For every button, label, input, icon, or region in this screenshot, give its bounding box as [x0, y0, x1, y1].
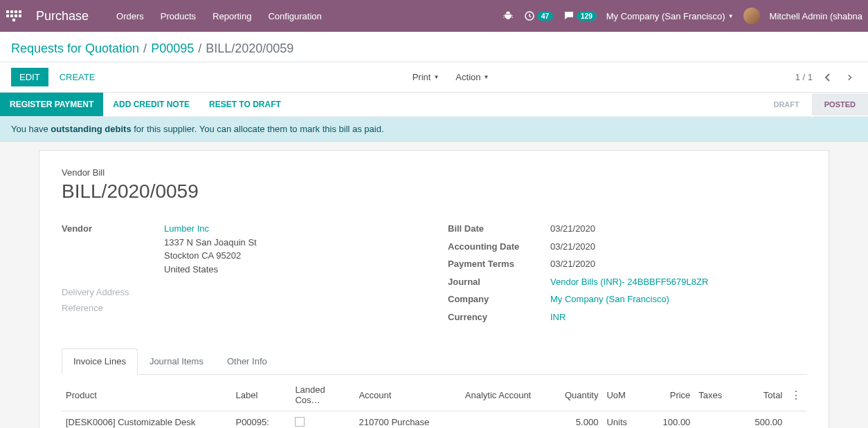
topbar-right: 47 129 My Company (San Francisco) ▼ Mitc…: [503, 8, 862, 24]
alert-strong: outstanding debits: [51, 124, 131, 134]
journal-link[interactable]: Vendor Bills (INR)- 24BBBFF5679L8ZR: [550, 277, 708, 287]
apps-icon[interactable]: [6, 8, 22, 24]
record-title: BILL/2020/0059: [62, 180, 806, 203]
messages[interactable]: 129: [563, 10, 597, 22]
add-credit-note-button[interactable]: ADD CREDIT NOTE: [103, 93, 199, 116]
control-center: Print ▼ Action ▼: [106, 72, 795, 82]
columns-menu-icon[interactable]: ⋮: [790, 389, 802, 401]
control-row: EDIT CREATE Print ▼ Action ▼ 1 / 1: [0, 62, 868, 93]
breadcrumb-sep: /: [198, 41, 201, 56]
chevron-down-icon: ▼: [483, 74, 489, 80]
vendor-country: United States: [164, 264, 218, 275]
chevron-down-icon: ▼: [433, 74, 439, 80]
reference-label: Reference: [62, 301, 164, 313]
pager-controls: 1 / 1: [795, 71, 857, 84]
landed-checkbox[interactable]: [295, 417, 305, 427]
action-dropdown[interactable]: Action ▼: [455, 72, 489, 82]
tab-invoice-lines[interactable]: Invoice Lines: [62, 348, 138, 375]
pager-prev[interactable]: [821, 71, 835, 84]
topbar: Purchase Orders Products Reporting Confi…: [0, 0, 868, 32]
th-price[interactable]: Price: [645, 379, 695, 411]
fields-left: Vendor Lumber Inc 1337 N San Joaquin St …: [62, 222, 420, 328]
invoice-lines-table: Product Label Landed Cos… Account Analyt…: [62, 379, 806, 428]
cell-account: 210700 Purchase Expen…: [354, 411, 460, 429]
alert-prefix: You have: [11, 124, 51, 134]
th-taxes[interactable]: Taxes: [694, 379, 736, 411]
alert-suffix: for this supplier. You can allocate them…: [132, 124, 384, 134]
register-payment-button[interactable]: REGISTER PAYMENT: [0, 93, 103, 116]
cell-total: 500.00: [737, 411, 787, 429]
cell-uom: Units: [602, 411, 644, 429]
chevron-down-icon: ▼: [728, 13, 734, 19]
notebook-tabs: Invoice Lines Journal Items Other Info: [62, 348, 806, 375]
activities-badge: 47: [537, 12, 553, 21]
cell-taxes: [694, 411, 736, 429]
status-flow: DRAFT POSTED: [761, 93, 868, 115]
bug-icon[interactable]: [503, 10, 514, 21]
nav-products[interactable]: Products: [161, 11, 196, 21]
pager-next[interactable]: [843, 71, 857, 84]
breadcrumb: Requests for Quotation / P00095 / BILL/2…: [11, 41, 857, 56]
nav-configuration[interactable]: Configuration: [268, 11, 321, 21]
breadcrumb-rfq[interactable]: Requests for Quotation: [11, 41, 139, 56]
pager-text: 1 / 1: [795, 72, 813, 82]
clock-icon: [523, 10, 536, 22]
cell-price: 100.00: [645, 411, 695, 429]
company-link[interactable]: My Company (San Francisco): [550, 294, 669, 304]
vendor-addr2: Stockton CA 95202: [164, 250, 241, 261]
vendor-link[interactable]: Lumber Inc: [164, 223, 209, 234]
breadcrumb-po[interactable]: P00095: [151, 41, 194, 56]
vendor-addr1: 1337 N San Joaquin St: [164, 237, 257, 248]
vendor-value: Lumber Inc 1337 N San Joaquin St Stockto…: [164, 222, 420, 276]
bill-date-label: Bill Date: [448, 222, 550, 234]
messages-badge: 129: [577, 12, 597, 21]
cell-product: [DESK0006] Customizable Desk (CONFIG…: [62, 411, 231, 429]
payment-terms-label: Payment Terms: [448, 257, 550, 269]
cell-quantity: 5.000: [553, 411, 603, 429]
accounting-date-value: 03/21/2020: [550, 240, 806, 254]
th-landed[interactable]: Landed Cos…: [291, 379, 354, 411]
activities[interactable]: 47: [523, 10, 553, 22]
cell-landed: [291, 411, 354, 429]
th-product[interactable]: Product: [62, 379, 231, 411]
th-account[interactable]: Account: [354, 379, 460, 411]
breadcrumb-current: BILL/2020/0059: [206, 41, 293, 56]
alert-outstanding: You have outstanding debits for this sup…: [0, 117, 868, 142]
table-row[interactable]: [DESK0006] Customizable Desk (CONFIG… P0…: [62, 411, 806, 429]
tab-other-info[interactable]: Other Info: [215, 348, 279, 374]
tab-journal-items[interactable]: Journal Items: [138, 348, 215, 374]
avatar[interactable]: [743, 8, 760, 24]
th-uom[interactable]: UoM: [602, 379, 644, 411]
accounting-date-label: Accounting Date: [448, 240, 550, 252]
fields-row: Vendor Lumber Inc 1337 N San Joaquin St …: [62, 222, 806, 328]
delivery-address-label: Delivery Address: [62, 286, 164, 297]
company-name: My Company (San Francisco): [606, 11, 725, 21]
reset-to-draft-button[interactable]: RESET TO DRAFT: [199, 93, 291, 116]
journal-label: Journal: [448, 275, 550, 287]
currency-label: Currency: [448, 310, 550, 322]
breadcrumb-bar: Requests for Quotation / P00095 / BILL/2…: [0, 32, 868, 62]
th-quantity[interactable]: Quantity: [553, 379, 603, 411]
fields-right: Bill Date 03/21/2020 Accounting Date 03/…: [448, 222, 806, 328]
th-label[interactable]: Label: [231, 379, 291, 411]
th-total[interactable]: Total: [737, 379, 787, 411]
statusbar: REGISTER PAYMENT ADD CREDIT NOTE RESET T…: [0, 93, 868, 117]
record-type-label: Vendor Bill: [62, 167, 806, 178]
nav-reporting[interactable]: Reporting: [213, 11, 251, 21]
print-label: Print: [413, 72, 431, 82]
th-analytic[interactable]: Analytic Account: [461, 379, 553, 411]
cell-label: P00095: [DESK0006]: [231, 411, 291, 429]
currency-link[interactable]: INR: [550, 312, 566, 322]
bill-date-value: 03/21/2020: [550, 222, 806, 236]
edit-button[interactable]: EDIT: [11, 68, 48, 86]
create-button[interactable]: CREATE: [60, 72, 96, 82]
action-label: Action: [455, 72, 480, 82]
sheet-container: Vendor Bill BILL/2020/0059 Vendor Lumber…: [0, 142, 868, 428]
status-posted[interactable]: POSTED: [812, 93, 868, 115]
status-draft[interactable]: DRAFT: [761, 93, 811, 115]
username[interactable]: Mitchell Admin (shabna: [770, 11, 862, 21]
chat-icon: [563, 10, 575, 22]
nav-orders[interactable]: Orders: [116, 11, 144, 21]
company-selector[interactable]: My Company (San Francisco) ▼: [606, 11, 734, 21]
print-dropdown[interactable]: Print ▼: [413, 72, 440, 82]
